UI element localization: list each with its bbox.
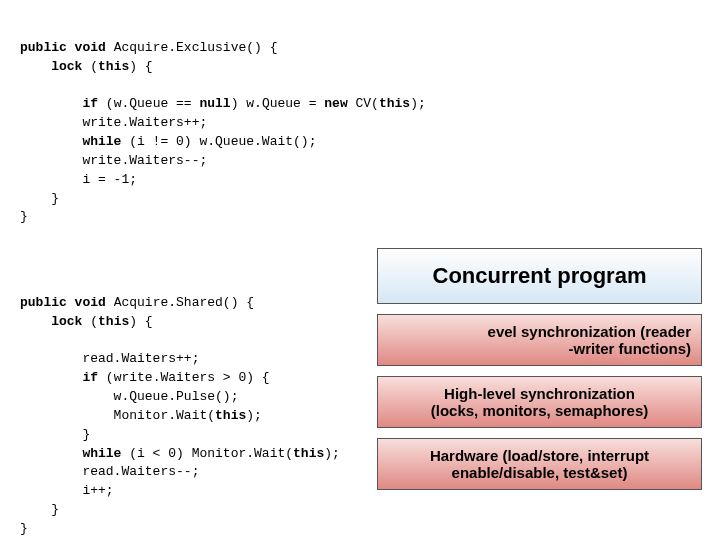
layer-title-text: Concurrent program [433, 263, 647, 288]
kw-new: new [324, 96, 355, 111]
kw-if: if [20, 370, 106, 385]
kw-public-void: public void [20, 295, 114, 310]
layer-concurrent-program: Concurrent program [377, 248, 702, 304]
kw-lock: lock [20, 314, 90, 329]
kw-if: if [20, 96, 106, 111]
layer-partial-line2: -writer functions) [569, 340, 692, 357]
code-acquire-shared: public void Acquire.Shared() { lock (thi… [20, 275, 340, 539]
kw-this: this [98, 59, 129, 74]
code-acquire-exclusive: public void Acquire.Exclusive() { lock (… [20, 20, 426, 227]
kw-while: while [20, 134, 129, 149]
layer-high-level-sync: High-level synchronization (locks, monit… [377, 376, 702, 428]
kw-this: this [215, 408, 246, 423]
layer-hw-line2: enable/disable, test&set) [452, 464, 628, 481]
kw-this: this [98, 314, 129, 329]
kw-this: this [379, 96, 410, 111]
layer-high-line2: (locks, monitors, semaphores) [431, 402, 649, 419]
layer-partial-sync: evel synchronization (reader -writer fun… [377, 314, 702, 366]
layer-hw-line1: Hardware (load/store, interrupt [430, 447, 649, 464]
layer-hardware: Hardware (load/store, interrupt enable/d… [377, 438, 702, 490]
synchronization-layers: Concurrent program evel synchronization … [377, 248, 702, 490]
layer-high-line1: High-level synchronization [444, 385, 635, 402]
layer-partial-line1: evel synchronization (reader [488, 323, 691, 340]
kw-null: null [199, 96, 230, 111]
kw-this: this [293, 446, 324, 461]
kw-while: while [20, 446, 129, 461]
kw-public-void: public void [20, 40, 114, 55]
kw-lock: lock [20, 59, 90, 74]
